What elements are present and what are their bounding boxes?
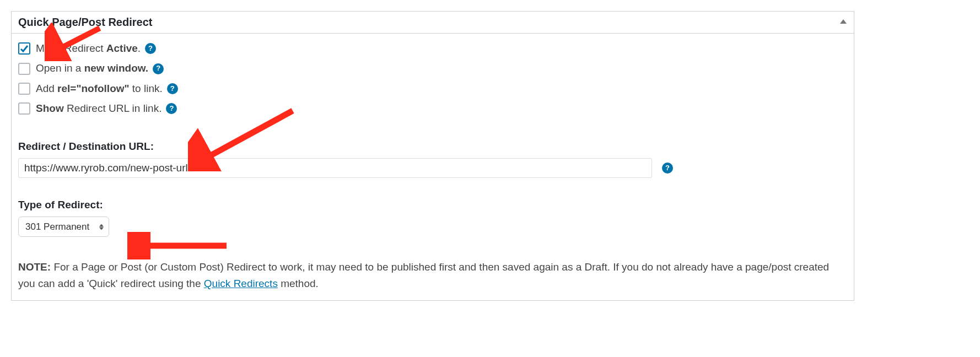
label-new-window: Open in a new window. (36, 60, 148, 77)
check-icon (20, 44, 29, 53)
label-make-active: Make Redirect Active. (36, 40, 141, 57)
label-nofollow: Add rel="nofollow" to link. (36, 80, 163, 97)
help-icon[interactable]: ? (145, 43, 156, 54)
panel-title: Quick Page/Post Redirect (18, 16, 152, 29)
note-prefix: NOTE: (18, 261, 51, 273)
checkbox-new-window[interactable] (18, 63, 30, 75)
type-field-label: Type of Redirect: (18, 197, 847, 213)
destination-url-input[interactable] (18, 158, 652, 178)
checkbox-show-url[interactable] (18, 102, 30, 115)
help-icon[interactable]: ? (153, 63, 164, 74)
collapse-toggle[interactable] (839, 18, 847, 27)
option-make-active: Make Redirect Active. ? (18, 40, 847, 57)
redirect-type-select[interactable]: 301 Permanent (18, 217, 109, 237)
redirect-metabox: Quick Page/Post Redirect Make Redirect A… (11, 11, 854, 301)
text: Make Redirect (36, 42, 106, 54)
metabox-header: Quick Page/Post Redirect (12, 12, 854, 34)
option-show-url: Show Redirect URL in link. ? (18, 100, 847, 117)
text: Redirect URL in link. (64, 102, 162, 114)
checkbox-nofollow[interactable] (18, 83, 30, 95)
url-row: ? (18, 158, 847, 178)
help-icon[interactable]: ? (662, 163, 673, 174)
text: Open in a (36, 62, 84, 74)
redirect-type-select-wrap: 301 Permanent (18, 217, 109, 237)
help-icon[interactable]: ? (166, 103, 177, 114)
annotation-arrow-icon (127, 232, 232, 259)
label-show-url: Show Redirect URL in link. (36, 100, 161, 117)
checkbox-make-active[interactable] (18, 42, 30, 55)
text: Add (36, 83, 57, 94)
quick-redirects-link[interactable]: Quick Redirects (204, 278, 278, 289)
svg-marker-0 (840, 19, 847, 24)
url-field-label: Redirect / Destination URL: (18, 138, 847, 155)
metabox-body: Make Redirect Active. ? Open in a new wi… (12, 34, 854, 300)
option-new-window: Open in a new window. ? (18, 60, 847, 77)
text: . (138, 42, 141, 54)
text-strong: rel="nofollow" (57, 83, 129, 94)
text-strong: Active (106, 42, 138, 54)
triangle-up-icon (839, 18, 847, 25)
text-strong: Show (36, 102, 64, 114)
text: to link. (130, 83, 163, 94)
note-tail: method. (278, 278, 319, 289)
help-icon[interactable]: ? (167, 83, 178, 94)
text-strong: new window. (84, 62, 148, 74)
option-nofollow: Add rel="nofollow" to link. ? (18, 80, 847, 97)
note-body: For a Page or Post (or Custom Post) Redi… (18, 261, 829, 289)
note-text: NOTE: For a Page or Post (or Custom Post… (18, 259, 847, 291)
